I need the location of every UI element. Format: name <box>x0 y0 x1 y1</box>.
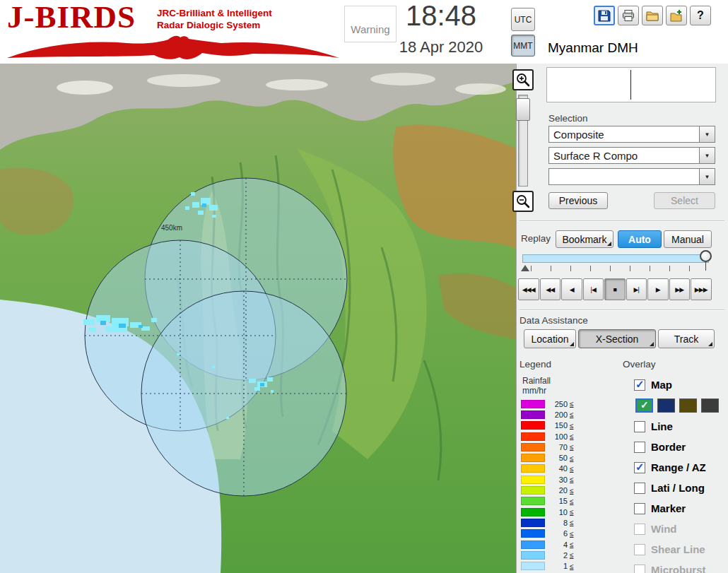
fast-forward-button[interactable]: ▶▶ <box>669 278 691 300</box>
jump-start-button[interactable]: ◀◀◀ <box>518 278 539 300</box>
microburst-checkbox[interactable]: ✓ <box>634 565 645 573</box>
zoom-slider-thumb[interactable] <box>516 98 530 121</box>
legend-value: 8 <box>548 519 568 527</box>
play-button[interactable]: ▶ <box>647 278 669 300</box>
info-input[interactable] <box>546 67 716 102</box>
map-style-swatches: ✓ ✓ ✓ ✓ <box>634 395 727 416</box>
logo-tagline: JRC-Brilliant & Intelligent Radar Dialog… <box>157 8 272 32</box>
overlay-row-border: ✓ Border <box>634 437 727 457</box>
chevron-down-icon[interactable]: ▼ <box>699 169 715 184</box>
jbirds-window: J-BIRDS JRC-Brilliant & Intelligent Rada… <box>0 0 728 573</box>
zoom-slider[interactable] <box>518 95 528 187</box>
track-button[interactable]: Track <box>658 329 715 348</box>
overlay-row-wind: ✓ Wind <box>634 519 727 539</box>
previous-button[interactable]: Previous <box>548 192 608 209</box>
legend-color-swatch <box>521 454 545 462</box>
legend-value: 15 <box>548 497 568 505</box>
range-az-checkbox[interactable]: ✓ <box>634 462 645 473</box>
bookmark-button[interactable]: Bookmark <box>556 230 613 248</box>
save-button[interactable] <box>594 6 615 25</box>
overlay-row-line: ✓ Line <box>634 416 727 437</box>
toolbar: ? <box>594 6 711 25</box>
jump-end-button[interactable]: ▶▶▶ <box>691 278 712 300</box>
print-button[interactable] <box>618 6 639 25</box>
legend-row: 150≤ <box>521 420 574 431</box>
step-forward-button[interactable]: ▶| <box>626 278 647 300</box>
zoom-in-button[interactable] <box>512 69 534 90</box>
data-assistance-label: Data Assistance <box>519 315 588 326</box>
map-checkbox[interactable]: ✓ <box>634 379 645 391</box>
legend-value: 6 <box>548 529 568 538</box>
legend-color-swatch <box>521 551 545 560</box>
manual-mode-button[interactable]: Manual <box>664 230 712 248</box>
map-style-green[interactable]: ✓ <box>635 398 653 413</box>
map-style-dark-gray[interactable]: ✓ <box>701 398 719 413</box>
legend-lte: ≤ <box>570 519 574 526</box>
type-dropdown[interactable]: Surface R Compo ▼ <box>548 147 715 164</box>
header: J-BIRDS JRC-Brilliant & Intelligent Rada… <box>0 0 728 64</box>
stop-button[interactable]: ■ <box>604 278 626 300</box>
rainfall-legend: 250≤ 200≤ 150≤ 100≤ 70≤ 50≤ 40≤ 30≤ 20≤ … <box>521 398 574 572</box>
utc-button[interactable]: UTC <box>511 8 535 31</box>
overlay-options: ✓ Map ✓ ✓ ✓ ✓ ✓ Line ✓ Border ✓ Range / … <box>634 374 727 573</box>
overlay-row-marker: ✓ Marker <box>634 498 727 519</box>
map-style-navy[interactable]: ✓ <box>657 398 675 413</box>
chevron-down-icon[interactable]: ▼ <box>699 148 715 163</box>
logo-tagline-line2: Radar Dialogic System <box>157 20 272 32</box>
replay-timeline-handle[interactable] <box>700 250 712 262</box>
help-button[interactable]: ? <box>690 6 711 25</box>
overlay-row-microburst: ✓ Microburst <box>634 560 727 573</box>
map-style-olive[interactable]: ✓ <box>679 398 697 413</box>
overlay-label: Border <box>651 441 686 453</box>
legend-lte: ≤ <box>570 432 574 440</box>
legend-row: 40≤ <box>521 463 574 474</box>
rewind-button[interactable]: ◀ <box>561 278 582 300</box>
marker-checkbox[interactable]: ✓ <box>634 503 645 514</box>
eagle-logo-icon <box>7 34 339 62</box>
overlay-row-shear-line: ✓ Shear Line <box>634 539 727 560</box>
org-name: Myanmar DMH <box>548 40 638 56</box>
legend-color-swatch <box>521 519 545 527</box>
fast-rewind-button[interactable]: ◀◀ <box>540 278 561 300</box>
legend-lte: ≤ <box>570 508 574 516</box>
auto-mode-button[interactable]: Auto <box>618 230 662 248</box>
line-checkbox[interactable]: ✓ <box>634 421 645 432</box>
mmt-button[interactable]: MMT <box>511 35 535 57</box>
clock-time: 18:48 <box>400 0 482 32</box>
lati-long-checkbox[interactable]: ✓ <box>634 483 645 494</box>
select-button[interactable]: Select <box>654 192 715 209</box>
wind-checkbox[interactable]: ✓ <box>634 524 645 535</box>
product-dropdown-value: Composite <box>549 126 699 142</box>
step-back-button[interactable]: |◀ <box>583 278 604 300</box>
replay-section-label: Replay <box>521 233 551 244</box>
export-button[interactable] <box>666 6 687 25</box>
zoom-out-button[interactable] <box>512 191 534 212</box>
extra-dropdown[interactable]: ▼ <box>548 168 715 185</box>
overlay-label: Marker <box>651 502 686 514</box>
legend-unit-line2: mm/hr <box>522 386 551 396</box>
legend-row: 6≤ <box>521 528 574 539</box>
legend-value: 40 <box>548 464 568 473</box>
legend-color-swatch <box>521 432 545 441</box>
legend-lte: ≤ <box>570 540 574 548</box>
legend-row: 100≤ <box>521 431 574 442</box>
warning-indicator[interactable]: Warning <box>344 6 397 42</box>
radar-map[interactable]: 450km <box>0 64 516 573</box>
chevron-down-icon[interactable]: ▼ <box>699 126 715 142</box>
shear-line-checkbox[interactable]: ✓ <box>634 544 645 555</box>
floppy-icon <box>597 9 611 23</box>
legend-lte: ≤ <box>570 530 574 538</box>
legend-row: 20≤ <box>521 485 574 495</box>
product-dropdown[interactable]: Composite ▼ <box>548 126 715 143</box>
legend-color-swatch <box>521 562 545 570</box>
overlay-section-label: Overlay <box>623 359 656 370</box>
border-checkbox[interactable]: ✓ <box>634 442 645 453</box>
legend-lte: ≤ <box>570 497 574 505</box>
terrain-map: 450km <box>0 64 516 573</box>
range-ring-label: 450km <box>161 224 182 232</box>
xsection-button[interactable]: X-Section <box>578 329 656 348</box>
open-file-button[interactable] <box>642 6 663 25</box>
location-button[interactable]: Location <box>524 329 576 348</box>
replay-timeline-track[interactable] <box>522 254 709 263</box>
overlay-row-range-az: ✓ Range / AZ <box>634 457 727 478</box>
